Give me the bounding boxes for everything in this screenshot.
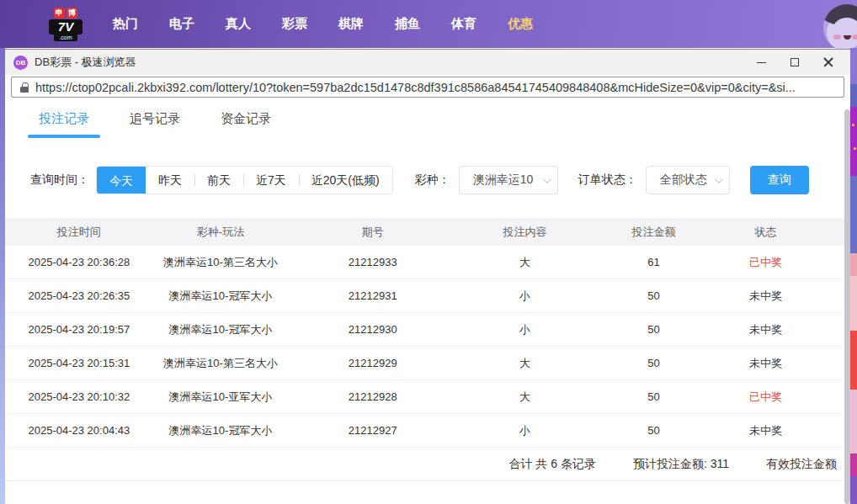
column-header: 状态 <box>715 225 816 240</box>
bet-time: 2025-04-23 20:26:35 <box>5 289 153 302</box>
search-button[interactable]: 查询 <box>750 166 809 194</box>
table-row[interactable]: 2025-04-23 20:36:28 澳洲幸运10-第三名大小 2121293… <box>5 246 850 279</box>
period-number: 21212929 <box>288 357 457 369</box>
bet-time: 2025-04-23 20:15:31 <box>5 357 153 369</box>
browser-url-row: https://ctop02pcali.2kbxi392.com/lottery… <box>5 75 850 99</box>
lottery-play: 澳洲幸运10-冠军大小 <box>153 322 289 337</box>
column-header: 投注时间 <box>5 225 153 240</box>
record-tab[interactable]: 资金记录 <box>221 99 271 139</box>
time-range-option[interactable]: 昨天 <box>146 167 194 194</box>
nav-item[interactable]: 棋牌 <box>338 16 364 32</box>
time-range-option[interactable]: 近7天 <box>243 167 299 194</box>
bet-content: 大 <box>457 390 593 405</box>
table-row[interactable]: 2025-04-23 20:26:35 澳洲幸运10-冠军大小 21212931… <box>5 279 850 313</box>
lock-icon <box>20 82 29 93</box>
minimize-button[interactable] <box>744 50 778 75</box>
lottery-filter-label: 彩种： <box>415 172 450 188</box>
decoration-dot <box>852 124 854 126</box>
time-filter-label: 查询时间： <box>30 172 89 188</box>
url-text: https://ctop02pcali.2kbxi392.com/lottery… <box>35 81 796 94</box>
active-tab-underline <box>28 135 100 138</box>
browser-tab-icon: DB <box>13 56 28 70</box>
lottery-play: 澳洲幸运10-亚军大小 <box>153 390 289 405</box>
logo-badges: 申 博 <box>54 8 77 19</box>
bet-time: 2025-04-23 20:04:43 <box>5 424 153 437</box>
record-tab[interactable]: 追号记录 <box>130 99 180 139</box>
time-range-option[interactable]: 今天 <box>97 166 146 194</box>
bet-amount: 50 <box>593 323 716 336</box>
lottery-select-value: 澳洲幸运10 <box>473 172 534 188</box>
filter-bar: 查询时间： 今天 昨天 前天 近7天 近20天(低频) 彩种： 澳洲幸运10 <box>5 166 850 194</box>
tab-label: 投注记录 <box>39 111 89 127</box>
period-number: 21212933 <box>288 256 457 268</box>
page-content: 投注记录 追号记录 资金记录 查询时间： 今天 <box>5 99 850 504</box>
avatar-blush-left <box>833 34 841 40</box>
time-range-option[interactable]: 近20天(低频) <box>299 167 392 194</box>
column-header: 期号 <box>288 225 457 240</box>
site-logo[interactable]: 申 博 7V .com <box>44 8 88 41</box>
time-range-option[interactable]: 前天 <box>194 167 243 194</box>
site-top-nav: 申 博 7V .com 热门 电子 真人 彩票 棋牌 捕鱼 体育 优惠 <box>0 0 857 48</box>
scrollbar-thumb[interactable] <box>844 109 850 504</box>
table-row[interactable]: 2025-04-23 20:04:43 澳洲幸运10-冠军大小 21212927… <box>5 414 850 448</box>
bet-amount: 50 <box>593 289 716 302</box>
page-bg-right-edge <box>850 48 857 504</box>
avatar-blush-right <box>852 34 857 40</box>
bet-amount: 50 <box>593 424 716 437</box>
logo-badge-1: 申 <box>54 8 65 19</box>
table-header: 投注时间 彩种-玩法 期号 投注内容 投注金额 状态 <box>5 218 850 246</box>
bet-content: 大 <box>457 356 593 371</box>
nav-item[interactable]: 体育 <box>451 16 476 32</box>
nav-item[interactable]: 真人 <box>226 16 251 32</box>
lottery-play: 澳洲幸运10-第三名大小 <box>153 255 289 270</box>
address-bar[interactable]: https://ctop02pcali.2kbxi392.com/lottery… <box>11 77 844 98</box>
chevron-down-icon <box>543 175 551 183</box>
column-header: 投注金额 <box>593 225 716 240</box>
total-records: 合计 共 6 条记录 <box>508 457 595 472</box>
logo-badge-2: 博 <box>67 8 77 19</box>
chevron-down-icon <box>715 175 723 183</box>
record-tab[interactable]: 投注记录 <box>39 99 89 139</box>
maximize-icon <box>790 58 799 66</box>
main-nav-items: 热门 电子 真人 彩票 棋牌 捕鱼 体育 优惠 <box>113 16 533 32</box>
lottery-select[interactable]: 澳洲幸运10 <box>459 166 558 194</box>
status-badge: 已中奖 <box>715 390 816 405</box>
column-header: 彩种-玩法 <box>153 225 289 240</box>
period-number: 21212928 <box>288 390 457 403</box>
bet-amount: 50 <box>593 357 716 369</box>
maximize-button[interactable] <box>778 50 812 75</box>
page-scrollbar[interactable] <box>844 109 850 504</box>
lottery-play: 澳洲幸运10-第三名大小 <box>153 356 289 371</box>
bet-time: 2025-04-23 20:19:57 <box>5 323 153 336</box>
summary-bar: 合计 共 6 条记录 预计投注金额: 311 有效投注金额 <box>5 448 850 481</box>
table-row[interactable]: 2025-04-23 20:15:31 澳洲幸运10-第三名大小 2121292… <box>5 347 850 380</box>
bet-content: 小 <box>457 289 593 304</box>
nav-item[interactable]: 彩票 <box>282 16 307 32</box>
bet-time: 2025-04-23 20:36:28 <box>5 256 153 268</box>
nav-item[interactable]: 电子 <box>169 16 194 32</box>
status-filter-label: 订单状态： <box>578 172 637 188</box>
expected-amount: 预计投注金额: 311 <box>633 457 729 472</box>
status-badge: 已中奖 <box>715 255 816 270</box>
valid-amount: 有效投注金额 <box>766 457 837 472</box>
user-avatar[interactable] <box>823 4 857 51</box>
window-titlebar[interactable]: DB DB彩票 - 极速浏览器 <box>5 50 850 75</box>
table-row[interactable]: 2025-04-23 20:10:32 澳洲幸运10-亚军大小 21212928… <box>5 380 850 414</box>
table-body: 2025-04-23 20:36:28 澳洲幸运10-第三名大小 2121293… <box>5 246 850 448</box>
order-status-value: 全部状态 <box>660 172 707 188</box>
nav-item[interactable]: 捕鱼 <box>395 16 420 32</box>
table-row[interactable]: 2025-04-23 20:19:57 澳洲幸运10-冠军大小 21212930… <box>5 313 850 347</box>
logo-brand: 7V <box>49 19 83 34</box>
bet-content: 大 <box>457 255 593 270</box>
status-badge: 未中奖 <box>715 289 816 304</box>
order-status-select[interactable]: 全部状态 <box>646 166 730 194</box>
status-badge: 未中奖 <box>715 423 816 438</box>
bet-content: 小 <box>457 322 593 337</box>
lottery-play: 澳洲幸运10-冠军大小 <box>153 289 289 304</box>
nav-item[interactable]: 热门 <box>113 16 138 32</box>
bet-amount: 61 <box>593 256 716 268</box>
tab-label: 追号记录 <box>130 111 180 127</box>
nav-item[interactable]: 优惠 <box>508 16 533 32</box>
close-button[interactable] <box>812 50 845 75</box>
period-number: 21212930 <box>288 323 457 336</box>
